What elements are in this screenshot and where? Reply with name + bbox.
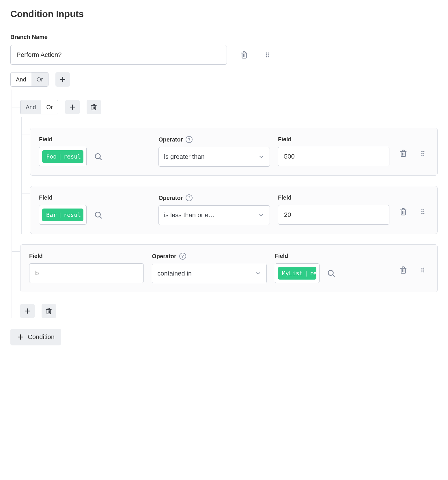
root-logic-and[interactable]: And bbox=[11, 72, 31, 86]
field-right-input[interactable]: MyList|re bbox=[275, 263, 320, 283]
field-left-label: Field bbox=[29, 253, 144, 259]
variable-chip: Foo|resul bbox=[42, 150, 83, 163]
nested-logic-or[interactable]: Or bbox=[41, 100, 58, 114]
field-picker-button[interactable] bbox=[92, 209, 104, 221]
chip-attr: re bbox=[310, 270, 316, 277]
operator-label-text: Operator bbox=[158, 195, 183, 201]
help-icon[interactable]: ? bbox=[179, 253, 186, 260]
chevron-down-icon bbox=[258, 154, 264, 160]
field-right-label: Field bbox=[278, 194, 389, 201]
nested-group: And Or Field bbox=[20, 90, 438, 234]
drag-rule-handle[interactable] bbox=[417, 206, 429, 217]
root-logic-or[interactable]: Or bbox=[31, 72, 48, 86]
rule-row: Field Bar|resul bbox=[30, 176, 438, 234]
drag-rule-handle[interactable] bbox=[417, 264, 429, 276]
add-condition-label: Condition bbox=[28, 333, 55, 341]
page-title: Condition Inputs bbox=[10, 9, 438, 19]
drag-icon bbox=[264, 51, 271, 59]
field-right-input[interactable] bbox=[278, 147, 389, 166]
plus-icon bbox=[59, 76, 66, 83]
rule-row: Field Foo|resul bbox=[30, 117, 438, 176]
field-left-input[interactable] bbox=[29, 263, 144, 283]
search-icon bbox=[94, 211, 102, 219]
chip-attr: resul bbox=[64, 153, 81, 160]
chip-name: Foo bbox=[46, 153, 57, 160]
drag-icon bbox=[419, 150, 427, 157]
delete-branch-button[interactable] bbox=[238, 49, 250, 61]
field-left-input[interactable]: Bar|resul bbox=[39, 205, 87, 225]
trash-icon bbox=[90, 103, 98, 111]
operator-select[interactable]: is greater than bbox=[158, 147, 270, 167]
operator-label: Operator ? bbox=[152, 253, 266, 260]
nested-add-button[interactable] bbox=[65, 100, 80, 114]
trash-icon bbox=[240, 51, 249, 59]
field-right-label: Field bbox=[278, 136, 389, 143]
operator-select[interactable]: contained in bbox=[152, 264, 266, 283]
operator-label-text: Operator bbox=[158, 136, 183, 143]
search-icon bbox=[94, 152, 102, 161]
trash-icon bbox=[399, 266, 408, 274]
trash-icon bbox=[45, 307, 53, 315]
delete-rule-button[interactable] bbox=[397, 264, 409, 276]
delete-rule-button[interactable] bbox=[397, 148, 409, 159]
search-icon bbox=[327, 269, 335, 278]
field-picker-button[interactable] bbox=[92, 151, 104, 162]
plus-icon bbox=[17, 333, 24, 341]
branch-name-label: Branch Name bbox=[10, 34, 438, 40]
root-add-button[interactable] bbox=[55, 72, 70, 87]
rule-card: Field Operator ? contained in Field bbox=[20, 244, 438, 292]
chevron-down-icon bbox=[255, 270, 261, 277]
chevron-down-icon bbox=[258, 212, 264, 218]
rule-card: Field Bar|resul bbox=[30, 186, 438, 234]
root-delete-button[interactable] bbox=[42, 304, 56, 318]
field-left-label: Field bbox=[39, 136, 150, 143]
rule-row: Field Operator ? contained in Field bbox=[20, 234, 438, 292]
operator-value: is less than or e… bbox=[164, 211, 215, 219]
branch-name-input[interactable] bbox=[10, 45, 227, 65]
help-icon[interactable]: ? bbox=[186, 194, 193, 201]
operator-value: contained in bbox=[157, 270, 192, 277]
root-logic-toggle: And Or bbox=[10, 72, 48, 87]
plus-icon bbox=[69, 103, 76, 111]
operator-label: Operator ? bbox=[158, 194, 270, 201]
field-left-label: Field bbox=[39, 194, 150, 201]
field-picker-button[interactable] bbox=[325, 267, 337, 279]
variable-chip: MyList|re bbox=[278, 267, 316, 280]
help-icon[interactable]: ? bbox=[186, 136, 193, 143]
chip-attr: resul bbox=[64, 211, 81, 218]
operator-label: Operator ? bbox=[158, 136, 270, 143]
operator-label-text: Operator bbox=[152, 253, 176, 260]
nested-logic-and[interactable]: And bbox=[20, 100, 41, 114]
chip-name: MyList bbox=[282, 270, 303, 277]
nested-delete-button[interactable] bbox=[87, 100, 101, 114]
root-footer bbox=[20, 304, 438, 318]
chip-name: Bar bbox=[46, 211, 57, 218]
rule-card: Field Foo|resul bbox=[30, 128, 438, 176]
nested-logic-toggle: And Or bbox=[20, 100, 58, 114]
drag-icon bbox=[419, 266, 427, 274]
drag-icon bbox=[419, 208, 427, 215]
plus-icon bbox=[24, 307, 31, 315]
operator-value: is greater than bbox=[164, 153, 205, 161]
variable-chip: Bar|resul bbox=[42, 209, 83, 221]
delete-rule-button[interactable] bbox=[397, 206, 409, 217]
trash-icon bbox=[399, 207, 408, 216]
root-tree: And Or Field bbox=[10, 90, 438, 318]
root-group-header: And Or bbox=[10, 72, 438, 87]
drag-branch-handle[interactable] bbox=[262, 49, 273, 61]
branch-row bbox=[10, 45, 438, 65]
field-right-label: Field bbox=[275, 253, 389, 259]
trash-icon bbox=[399, 149, 408, 158]
field-right-input[interactable] bbox=[278, 205, 389, 225]
drag-rule-handle[interactable] bbox=[417, 148, 429, 159]
operator-select[interactable]: is less than or e… bbox=[158, 205, 270, 225]
nested-group-header: And Or bbox=[20, 100, 438, 114]
add-condition-button[interactable]: Condition bbox=[10, 329, 61, 345]
root-add-bottom-button[interactable] bbox=[20, 304, 35, 318]
field-left-input[interactable]: Foo|resul bbox=[39, 147, 87, 166]
